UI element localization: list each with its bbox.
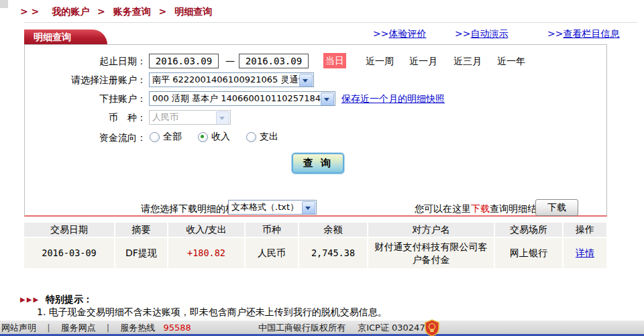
sub-account-select[interactable]: 000 活期 基本户 1406600101102571848 xyxy=(149,91,335,106)
cell-counterparty: 财付通支付科技有限公司客户备付金 xyxy=(368,238,494,268)
radio-unselected-icon[interactable] xyxy=(246,132,256,142)
date-from-input[interactable]: 2016.03.09 xyxy=(149,54,219,68)
dropdown-arrow-icon xyxy=(216,111,229,125)
detail-link[interactable]: 详情 xyxy=(576,247,594,260)
date-range-label: 起止日期： xyxy=(25,56,146,68)
breadcrumb-separator: > xyxy=(97,6,105,17)
fund-flow-label: 资金流向： xyxy=(25,132,146,144)
flow-option-income[interactable]: 收入 xyxy=(198,131,230,143)
col-amount: 收入/支出 xyxy=(168,223,244,237)
col-balance: 余额 xyxy=(299,223,367,237)
col-counterparty: 对方户名 xyxy=(368,223,494,237)
chevrons-icon: >> xyxy=(373,28,388,39)
link-column-info[interactable]: >>查看栏目信息 xyxy=(547,28,619,40)
corner-decoration xyxy=(0,0,8,8)
currency-value: 人民币 xyxy=(152,112,178,122)
table-header-row: 交易日期 摘要 收入/支出 币种 余额 对方户名 交易场所 操作 xyxy=(24,223,607,237)
dropdown-arrow-icon[interactable] xyxy=(302,201,315,215)
dropdown-arrow-icon[interactable] xyxy=(321,93,334,106)
download-format-value: 文本格式（.txt） xyxy=(231,202,299,212)
cell-summary: DF提现 xyxy=(115,238,167,268)
range-quarter-button[interactable]: 近三月 xyxy=(453,56,482,68)
footer-copyright: 中国工商银行版权所有 京ICP证 030247号 xyxy=(258,322,434,334)
dropdown-arrow-icon[interactable] xyxy=(299,74,313,87)
flow-option-all[interactable]: 全部 xyxy=(150,131,182,143)
breadcrumb-item-my-account[interactable]: 我的账户 xyxy=(52,6,89,17)
radio-unselected-icon[interactable] xyxy=(150,132,160,142)
col-channel: 交易场所 xyxy=(495,223,562,237)
col-action: 操作 xyxy=(564,223,606,237)
currency-select-disabled: 人民币 xyxy=(149,110,231,125)
chevrons-icon: >> xyxy=(547,28,563,39)
icbc-detail-query-page: > > 我的账户 > 账务查询 > 明细查询 明细查询 >>体验评价 >>自动演… xyxy=(0,0,644,336)
notice-title: 特别提示： xyxy=(46,294,93,306)
header-divider xyxy=(24,22,637,23)
col-date: 交易日期 xyxy=(24,223,114,237)
footer-separator: | xyxy=(47,323,50,333)
range-week-button[interactable]: 近一周 xyxy=(366,56,394,68)
cell-date: 2016-03-09 xyxy=(24,238,114,268)
breadcrumb-arrows-icon: > > xyxy=(20,6,39,17)
query-form-panel: 起止日期： 2016.03.09 — 2016.03.09 当日 近一周 近一月… xyxy=(24,44,607,217)
transactions-table: 交易日期 摘要 收入/支出 币种 余额 对方户名 交易场所 操作 2016-03… xyxy=(24,223,607,268)
security-badge-icon[interactable] xyxy=(424,319,440,336)
footer: 网站声明 | 服务网点 | 服务热线 95588 中国工商银行版权所有 京ICP… xyxy=(0,321,644,336)
currency-label: 币 种： xyxy=(25,112,146,124)
col-summary: 摘要 xyxy=(115,223,167,237)
date-range-dash: — xyxy=(225,55,235,66)
cell-balance: 2,745.38 xyxy=(299,238,367,268)
download-format-select[interactable]: 文本格式（.txt） xyxy=(228,200,317,215)
register-account-select[interactable]: 南平 6222001406100921065 灵通卡 xyxy=(149,72,314,87)
breadcrumb-item-detail-query[interactable]: 明细查询 xyxy=(174,6,212,17)
col-currency: 币种 xyxy=(246,223,298,237)
flow-option-expense[interactable]: 支出 xyxy=(246,131,278,143)
footer-link-branches[interactable]: 服务网点 xyxy=(61,323,96,333)
download-button[interactable]: 下载 xyxy=(535,199,578,216)
chevrons-icon: >> xyxy=(455,28,470,39)
footer-left-links: 网站声明 | 服务网点 | 服务热线 95588 xyxy=(1,322,191,334)
fund-flow-options: 全部 收入 支出 xyxy=(150,131,294,143)
save-snapshot-link[interactable]: 保存近一个月的明细快照 xyxy=(341,93,445,105)
breadcrumb-item-account-query[interactable]: 账务查询 xyxy=(113,6,151,17)
tab-detail-query[interactable]: 明细查询 xyxy=(24,30,107,45)
radio-selected-icon[interactable] xyxy=(198,132,208,142)
range-year-button[interactable]: 近一年 xyxy=(497,56,525,68)
range-month-button[interactable]: 近一月 xyxy=(409,56,437,68)
notice-line: 1. 电子现金交易明细不含未达账项，即未包含商户还未上传到我行的脱机交易信息。 xyxy=(37,306,387,319)
cell-currency: 人民币 xyxy=(246,238,298,268)
breadcrumb: > > 我的账户 > 账务查询 > 明细查询 xyxy=(20,6,212,18)
download-hint-emphasis: 下载 xyxy=(471,203,490,214)
notice-arrows-icon: ▶▶▶ xyxy=(20,296,40,303)
register-account-label: 请选择注册账户： xyxy=(25,74,146,87)
range-today-button[interactable]: 当日 xyxy=(323,53,346,68)
cell-channel: 网上银行 xyxy=(495,238,562,268)
register-account-value: 南平 6222001406100921065 灵通卡 xyxy=(152,74,307,85)
link-auto-demo[interactable]: >>自动演示 xyxy=(455,28,508,40)
breadcrumb-separator: > xyxy=(159,6,167,17)
footer-hotline-label: 服务热线 xyxy=(120,323,155,333)
download-hint: 您可以在这里下载查询明细结果 xyxy=(415,203,546,215)
cell-amount: +180.82 xyxy=(168,238,244,268)
sub-account-value: 000 活期 基本户 1406600101102571848 xyxy=(152,93,326,103)
link-experience-rating[interactable]: >>体验评价 xyxy=(373,28,426,40)
footer-icp: 京ICP证 030247号 xyxy=(358,323,434,333)
footer-link-statement[interactable]: 网站声明 xyxy=(1,323,36,333)
footer-separator: | xyxy=(107,323,109,333)
sub-account-label: 下挂账户： xyxy=(25,93,146,105)
footer-hotline-number: 95588 xyxy=(163,323,191,333)
query-button[interactable]: 查 询 xyxy=(292,153,344,174)
table-row: 2016-03-09 DF提现 +180.82 人民币 2,745.38 财付通… xyxy=(24,238,607,268)
date-to-input[interactable]: 2016.03.09 xyxy=(239,54,309,68)
